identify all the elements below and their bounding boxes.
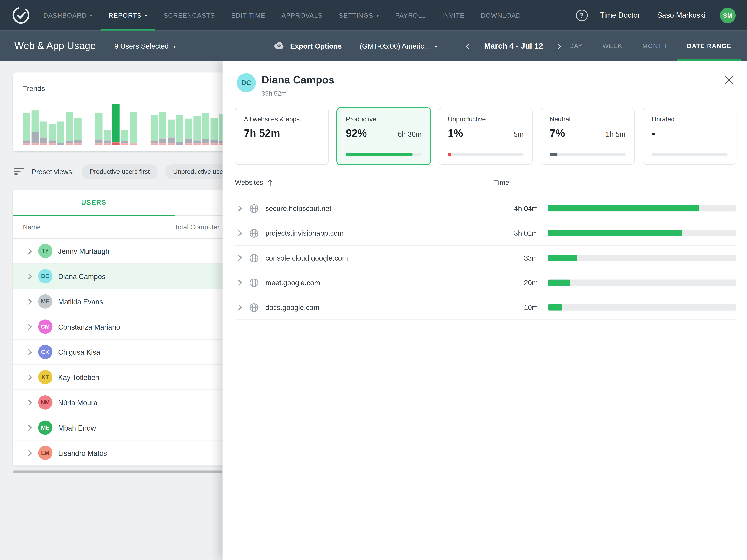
expand-chevron-icon[interactable]	[26, 450, 32, 456]
progress-track	[346, 153, 421, 156]
stat-card-neutral[interactable]: Neutral 7% 1h 5m	[541, 108, 635, 165]
close-icon[interactable]	[724, 75, 733, 87]
nav-item-invite[interactable]: INVITE	[434, 0, 473, 30]
timedoctor-logo-icon[interactable]	[11, 6, 30, 25]
help-icon[interactable]: ?	[576, 9, 588, 21]
trend-bar	[176, 115, 183, 145]
main-nav: DASHBOARD▾ REPORTS▾ SCREENCASTS EDIT TIM…	[35, 0, 529, 30]
nav-item-reports[interactable]: REPORTS▾	[101, 0, 155, 30]
expand-chevron-icon[interactable]	[26, 324, 32, 329]
expand-chevron-icon[interactable]	[26, 399, 32, 405]
nav-item-approvals[interactable]: APPROVALS	[274, 0, 331, 30]
expand-chevron-icon[interactable]	[26, 349, 32, 355]
nav-item-edit-time[interactable]: EDIT TIME	[223, 0, 274, 30]
stat-card-unproductive[interactable]: Unproductive 1% 5m	[439, 108, 533, 165]
tab-users[interactable]: USERS	[13, 190, 175, 216]
tab-date-range[interactable]: DATE RANGE	[677, 30, 741, 61]
tab-month[interactable]: MONTH	[633, 30, 677, 61]
trend-bar	[168, 120, 175, 145]
trend-bar	[49, 124, 56, 145]
expand-chevron-icon[interactable]	[26, 248, 32, 254]
stat-card-unrated[interactable]: Unrated - -	[643, 108, 737, 165]
user-row-name: Lisandro Matos	[58, 449, 107, 457]
website-row[interactable]: projects.invisionapp.com 3h 01m	[235, 221, 736, 246]
expand-chevron-icon[interactable]	[26, 374, 32, 380]
detail-total-time: 39h 52m	[261, 90, 287, 97]
stat-value: -	[652, 127, 655, 140]
avatar: KT	[38, 370, 52, 384]
website-time: 4h 04m	[486, 204, 538, 213]
main-content: Trends Preset views: Productive users fi…	[0, 61, 747, 560]
chevron-down-icon: ▾	[145, 14, 148, 18]
globe-icon	[249, 228, 259, 238]
website-row[interactable]: meet.google.com 20m	[235, 270, 736, 295]
expand-chevron-icon[interactable]	[236, 205, 242, 211]
brand-name: Time Doctor	[600, 11, 640, 20]
stat-value: 92%	[346, 127, 367, 140]
expand-chevron-icon[interactable]	[26, 298, 32, 304]
users-selected-dropdown[interactable]: 9 Users Selected ▾	[114, 30, 176, 61]
timezone-label: (GMT-05:00) Americ...	[360, 42, 430, 50]
website-bar-track	[548, 304, 736, 311]
nav-right: ? Time Doctor Saso Markoski SM	[576, 0, 747, 30]
website-bar-track	[548, 230, 736, 236]
expand-chevron-icon[interactable]	[236, 279, 242, 286]
websites-list: secure.helpscout.net 4h 04m projects.inv…	[235, 196, 736, 320]
website-row[interactable]: docs.google.com 10m	[235, 295, 736, 320]
app-root: DASHBOARD▾ REPORTS▾ SCREENCASTS EDIT TIM…	[0, 0, 747, 560]
date-range-label[interactable]: March 4 - Jul 12	[484, 41, 543, 50]
globe-icon	[249, 203, 259, 213]
sort-ascending-icon	[267, 179, 274, 186]
website-time: 33m	[486, 254, 538, 262]
website-bar-fill	[548, 304, 562, 311]
nav-label: DASHBOARD	[43, 12, 87, 19]
user-row-name: Constanza Mariano	[58, 323, 120, 331]
website-name: meet.google.com	[265, 278, 485, 287]
progress-track	[448, 153, 523, 156]
avatar: NM	[38, 395, 52, 409]
expand-chevron-icon[interactable]	[236, 304, 242, 310]
trend-bar	[210, 118, 218, 145]
nav-item-screencasts[interactable]: SCREENCASTS	[155, 0, 223, 30]
nav-item-settings[interactable]: SETTINGS▾	[331, 0, 387, 30]
report-toolbar: Web & App Usage 9 Users Selected ▾ Expor…	[0, 30, 747, 61]
website-bar-fill	[548, 255, 577, 261]
preset-views-label: Preset views:	[31, 167, 74, 176]
export-options-button[interactable]: Export Options	[273, 30, 342, 61]
avatar: CK	[38, 345, 52, 359]
expand-chevron-icon[interactable]	[236, 230, 242, 236]
expand-chevron-icon[interactable]	[236, 255, 242, 261]
column-header-websites[interactable]: Websites	[235, 179, 274, 186]
nav-item-dashboard[interactable]: DASHBOARD▾	[35, 0, 101, 30]
users-selected-label: 9 Users Selected	[114, 42, 169, 50]
expand-chevron-icon[interactable]	[26, 273, 32, 279]
sort-filter-icon	[14, 168, 25, 175]
stat-card-productive[interactable]: Productive 92% 6h 30m	[337, 108, 431, 165]
detail-avatar: DC	[237, 73, 256, 92]
nav-item-download[interactable]: DOWNLOAD	[473, 0, 529, 30]
page-title: Web & App Usage	[14, 30, 96, 61]
stat-label: Unproductive	[448, 116, 523, 123]
expand-chevron-icon[interactable]	[26, 425, 32, 431]
user-row-name: Jenny Murtaugh	[58, 247, 109, 255]
prev-period-button[interactable]: ‹	[463, 40, 472, 52]
website-row[interactable]: secure.helpscout.net 4h 04m	[235, 196, 736, 221]
website-bar-fill	[548, 279, 570, 286]
nav-item-payroll[interactable]: PAYROLL	[387, 0, 434, 30]
stat-card-all-websites[interactable]: All websites & apps 7h 52m	[235, 108, 329, 165]
user-row-name: Mbah Enow	[58, 424, 96, 432]
website-name: projects.invisionapp.com	[265, 229, 485, 237]
stat-time: -	[725, 130, 727, 138]
timezone-dropdown[interactable]: (GMT-05:00) Americ... ▾	[360, 30, 437, 61]
column-header-name[interactable]: Name	[23, 216, 41, 239]
trend-bar	[74, 118, 81, 145]
nav-label: SCREENCASTS	[163, 12, 215, 19]
current-user-name[interactable]: Saso Markoski	[657, 11, 705, 20]
tab-week[interactable]: WEEK	[593, 30, 632, 61]
current-user-avatar[interactable]: SM	[720, 7, 736, 23]
website-name: secure.helpscout.net	[265, 204, 485, 213]
horizontal-scrollbar[interactable]	[13, 471, 223, 474]
tab-day[interactable]: DAY	[559, 30, 593, 61]
website-row[interactable]: console.cloud.google.com 33m	[235, 246, 736, 270]
chip-productive-first[interactable]: Productive users first	[81, 164, 158, 179]
